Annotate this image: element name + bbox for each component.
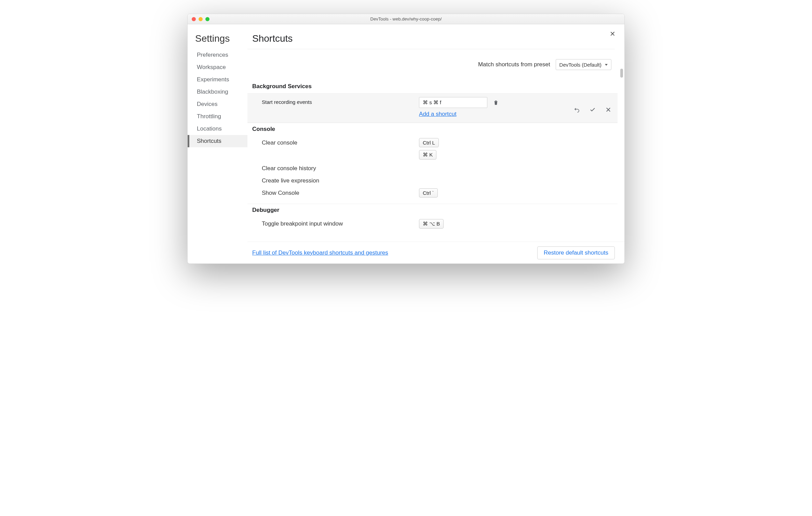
- shortcut-editor-row: Start recording events ⌘ s ⌘ f: [247, 93, 618, 123]
- shortcut-row-keys: Ctrl L ⌘ K: [419, 138, 618, 160]
- section-background-services: Background Services Start recording even…: [247, 80, 618, 123]
- shortcut-key: ⌘ K: [419, 150, 436, 160]
- shortcut-key-input-value: ⌘ s ⌘ f: [423, 99, 441, 106]
- cancel-icon[interactable]: [605, 107, 611, 114]
- confirm-icon[interactable]: [590, 107, 596, 114]
- sidebar-item-throttling[interactable]: Throttling: [188, 110, 247, 123]
- shortcut-editor-actions: [574, 97, 611, 114]
- shortcut-row-keys: ⌘ ⌥ B: [419, 219, 620, 229]
- shortcut-row-keys: Ctrl `: [419, 188, 618, 198]
- window-zoom-light[interactable]: [205, 17, 209, 21]
- window-titlebar: DevTools - web.dev/why-coop-coep/: [188, 14, 624, 24]
- shortcut-row-label: Toggle breakpoint input window: [262, 219, 419, 227]
- section-title-bgservices: Background Services: [247, 80, 618, 93]
- sidebar-item-experiments[interactable]: Experiments: [188, 73, 247, 86]
- shortcuts-scroll-area: Match shortcuts from preset DevTools (De…: [247, 45, 624, 240]
- shortcut-row-clear-console[interactable]: Clear console Ctrl L ⌘ K: [247, 136, 618, 162]
- preset-label: Match shortcuts from preset: [478, 61, 550, 68]
- shortcut-row-toggle-breakpoint[interactable]: Toggle breakpoint input window ⌘ ⌥ B: [247, 217, 620, 231]
- window-traffic-lights: [192, 17, 209, 21]
- preset-select-value: DevTools (Default): [559, 62, 601, 68]
- add-shortcut-link[interactable]: Add a shortcut: [419, 111, 457, 118]
- shortcut-key-input[interactable]: ⌘ s ⌘ f: [419, 97, 487, 108]
- trash-icon[interactable]: [493, 99, 499, 106]
- window-minimize-light[interactable]: [199, 17, 203, 21]
- sidebar-item-shortcuts[interactable]: Shortcuts: [188, 135, 247, 147]
- shortcut-key: ⌘ ⌥ B: [419, 219, 444, 229]
- devtools-window: DevTools - web.dev/why-coop-coep/ ✕ Sett…: [187, 14, 625, 264]
- shortcut-key: Ctrl L: [419, 138, 439, 147]
- preset-select[interactable]: DevTools (Default): [556, 59, 611, 70]
- scrollbar-thumb[interactable]: [620, 69, 623, 78]
- shortcut-editor-fields: ⌘ s ⌘ f Add a shortcut: [419, 97, 499, 118]
- shortcut-row-label: Clear console: [262, 138, 419, 146]
- section-console: Console Clear console Ctrl L ⌘ K Clear c…: [247, 123, 618, 204]
- shortcut-row-label: Start recording events: [262, 97, 419, 105]
- sidebar-item-locations[interactable]: Locations: [188, 123, 247, 135]
- settings-sidebar: Settings Preferences Workspace Experimen…: [188, 24, 247, 263]
- shortcut-row-label: Clear console history: [262, 164, 419, 172]
- settings-panel: ✕ Settings Preferences Workspace Experim…: [188, 24, 624, 263]
- shortcut-row-show-console[interactable]: Show Console Ctrl `: [247, 186, 618, 204]
- sidebar-item-devices[interactable]: Devices: [188, 98, 247, 110]
- shortcut-row-clear-history[interactable]: Clear console history: [247, 162, 618, 174]
- shortcut-key: Ctrl `: [419, 188, 438, 198]
- undo-icon[interactable]: [574, 107, 580, 114]
- section-title-debugger: Debugger: [247, 204, 620, 217]
- full-list-link[interactable]: Full list of DevTools keyboard shortcuts…: [252, 249, 388, 256]
- shortcut-row-label: Show Console: [262, 188, 419, 196]
- sidebar-item-preferences[interactable]: Preferences: [188, 49, 247, 61]
- sidebar-item-workspace[interactable]: Workspace: [188, 61, 247, 73]
- window-close-light[interactable]: [192, 17, 196, 21]
- window-title: DevTools - web.dev/why-coop-coep/: [370, 16, 442, 22]
- sidebar-item-blackboxing[interactable]: Blackboxing: [188, 86, 247, 98]
- sidebar-title: Settings: [188, 33, 247, 44]
- section-title-console: Console: [247, 123, 618, 136]
- settings-footer: Full list of DevTools keyboard shortcuts…: [247, 242, 624, 263]
- restore-defaults-button[interactable]: Restore default shortcuts: [537, 246, 615, 259]
- preset-row: Match shortcuts from preset DevTools (De…: [247, 45, 620, 80]
- shortcut-row-live-expression[interactable]: Create live expression: [247, 174, 618, 186]
- shortcut-row-label: Create live expression: [262, 176, 419, 184]
- section-debugger: Debugger Toggle breakpoint input window …: [247, 204, 620, 231]
- settings-main: Shortcuts Match shortcuts from preset De…: [247, 24, 624, 263]
